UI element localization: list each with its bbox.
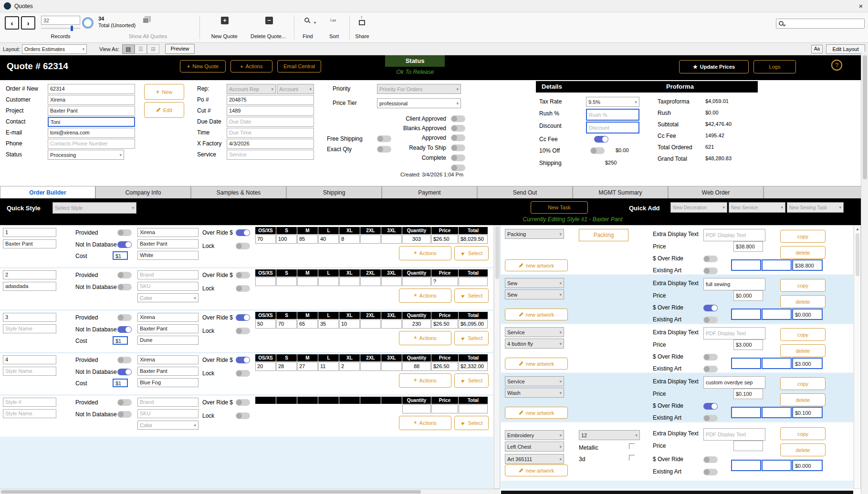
view-table-button[interactable]: ⊞: [147, 44, 159, 54]
extra-display-text-input[interactable]: full sewing: [703, 278, 765, 290]
brand-field[interactable]: Xirena: [137, 355, 199, 364]
size-cell[interactable]: 303: [402, 235, 431, 244]
size-cell[interactable]: $26.50: [431, 235, 458, 244]
email-central-button[interactable]: Email Central: [277, 60, 321, 72]
field-time[interactable]: Due Time: [227, 128, 314, 138]
view-form-button[interactable]: ▤: [122, 44, 135, 54]
select-button[interactable]: ►Select: [454, 331, 489, 345]
service-dropdown[interactable]: Sew▾: [505, 289, 564, 299]
new-decoration-dropdown[interactable]: New Decoration▾: [670, 202, 727, 213]
record-slider-track[interactable]: [41, 28, 80, 29]
size-cell[interactable]: [318, 277, 339, 286]
amount-total-cell[interactable]: $38.800: [792, 259, 823, 271]
size-cell[interactable]: [360, 235, 381, 244]
actions-button[interactable]: *Actions: [399, 416, 451, 430]
logs-button[interactable]: Logs: [753, 60, 796, 73]
tab-payment[interactable]: Payment: [382, 186, 477, 198]
amount-cell[interactable]: [762, 309, 792, 320]
select-button[interactable]: ►Select: [454, 416, 489, 430]
size-cell[interactable]: 8: [339, 235, 360, 244]
size-cell[interactable]: [255, 277, 276, 286]
size-cell[interactable]: [459, 277, 488, 286]
provided-toggle[interactable]: [117, 357, 132, 363]
size-cell[interactable]: 50: [255, 319, 276, 329]
new-artwork-button[interactable]: new artwork: [505, 259, 568, 271]
layout-dropdown[interactable]: Orders Estimates▾: [22, 44, 87, 54]
size-cell[interactable]: $8,029.50: [459, 235, 488, 244]
provided-toggle[interactable]: [117, 399, 132, 406]
size-cell[interactable]: [459, 404, 488, 413]
copy-button[interactable]: copy: [780, 427, 826, 440]
amount-cell[interactable]: [731, 407, 761, 418]
scrollbar-thumb[interactable]: [856, 233, 859, 276]
priority-dropdown[interactable]: Priority For Orders▾: [377, 84, 461, 94]
size-cell[interactable]: 11: [318, 362, 339, 371]
cost-input[interactable]: $1: [113, 379, 128, 387]
field-customer[interactable]: Xirena: [48, 95, 135, 105]
scrollbar-thumb[interactable]: [1, 490, 421, 494]
tab-company-info[interactable]: Company Info: [95, 186, 191, 198]
new-contact-button[interactable]: +New: [144, 84, 184, 100]
size-cell[interactable]: $26.50: [431, 362, 458, 371]
color-field[interactable]: Dune: [137, 336, 199, 345]
service-dropdown[interactable]: Art 365111▾: [505, 454, 564, 464]
field-po-[interactable]: 204875: [227, 95, 314, 105]
color-field[interactable]: Blue Fog: [137, 378, 199, 387]
existing-art-toggle[interactable]: [703, 268, 718, 274]
amount-total-cell[interactable]: $0.100: [792, 407, 823, 418]
update-prices-button[interactable]: ★Update Prices: [679, 60, 749, 73]
sku-field[interactable]: Baxter Pant: [137, 324, 199, 333]
existing-art-toggle[interactable]: [703, 415, 718, 422]
preview-button[interactable]: Preview: [165, 44, 195, 54]
provided-toggle[interactable]: [117, 272, 132, 278]
account-dropdown[interactable]: Account▾: [277, 84, 314, 94]
tax-rate-dropdown[interactable]: 9.5%▾: [586, 97, 639, 107]
extra-display-text-input[interactable]: PDF Display Text: [703, 428, 765, 441]
price-input[interactable]: $0.000: [733, 290, 763, 301]
actions-button[interactable]: *Actions: [399, 331, 451, 345]
right-pane-scrollbar[interactable]: ▲: [854, 225, 861, 489]
actions-button[interactable]: *Actions: [399, 288, 451, 303]
size-cell[interactable]: 65: [297, 319, 318, 329]
size-cell[interactable]: [360, 319, 381, 329]
view-list-button[interactable]: ☰: [135, 44, 147, 54]
style-number-field[interactable]: 3: [3, 313, 56, 322]
color-dropdown[interactable]: Color▾: [137, 421, 199, 430]
field-x-factory[interactable]: 4/3/2026: [227, 139, 314, 149]
size-cell[interactable]: 10: [339, 319, 360, 329]
amount-total-cell[interactable]: $0.000: [792, 309, 823, 320]
tab-shipping[interactable]: Shipping: [286, 186, 382, 198]
new-artwork-button[interactable]: new artwork: [505, 407, 568, 419]
sku-field[interactable]: Baxter Pant: [137, 239, 199, 248]
found-set-pie-icon[interactable]: [82, 17, 94, 29]
metallic-checkbox[interactable]: [629, 443, 635, 449]
not-in-database-toggle[interactable]: [117, 284, 132, 290]
sort-button[interactable]: Sort: [324, 33, 345, 39]
extra-toggle[interactable]: [451, 165, 465, 171]
over-ride-toggle[interactable]: [236, 229, 250, 236]
edit-layout-button[interactable]: Edit Layout: [826, 44, 865, 54]
amount-cell[interactable]: [762, 259, 792, 271]
blanks-approved-toggle[interactable]: [451, 125, 465, 132]
size-cell[interactable]: [360, 362, 381, 371]
size-cell[interactable]: [381, 235, 402, 244]
copy-button[interactable]: copy: [780, 377, 826, 390]
extra-display-text-input[interactable]: PDF Display Text: [703, 229, 765, 241]
copy-button[interactable]: copy: [780, 328, 826, 341]
size-cell[interactable]: [381, 362, 402, 371]
horizontal-scrollbar[interactable]: [0, 489, 500, 494]
3d-checkbox[interactable]: [629, 455, 635, 461]
share-button[interactable]: Share: [351, 33, 373, 39]
new-task-button[interactable]: New Task: [531, 201, 588, 214]
service-dropdown[interactable]: Service▾: [505, 376, 564, 386]
size-cell[interactable]: [431, 404, 458, 413]
discount-input[interactable]: Discount: [586, 122, 639, 134]
service-dropdown[interactable]: Left Chest▾: [505, 442, 564, 452]
tab-order-builder[interactable]: Order Builder: [0, 186, 95, 198]
lock-toggle[interactable]: [236, 285, 250, 292]
size-cell[interactable]: [339, 277, 360, 286]
client-approved-toggle[interactable]: [451, 115, 465, 122]
field-project[interactable]: Baxter Pant: [48, 106, 135, 116]
select-style-dropdown[interactable]: Select Style▾: [52, 202, 136, 214]
amount-cell[interactable]: [762, 407, 792, 418]
